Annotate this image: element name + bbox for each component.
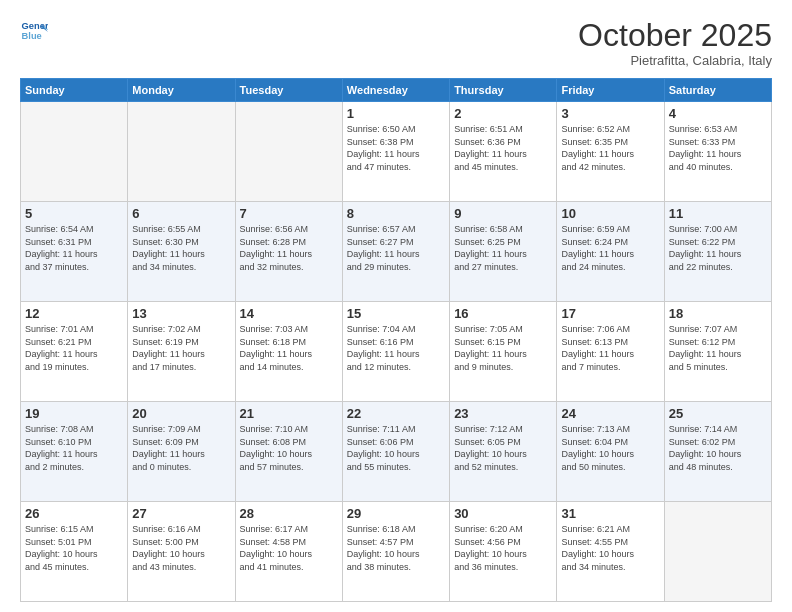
table-row: 3Sunrise: 6:52 AM Sunset: 6:35 PM Daylig…	[557, 102, 664, 202]
day-number: 23	[454, 406, 552, 421]
table-row: 26Sunrise: 6:15 AM Sunset: 5:01 PM Dayli…	[21, 502, 128, 602]
table-row: 23Sunrise: 7:12 AM Sunset: 6:05 PM Dayli…	[450, 402, 557, 502]
table-row: 12Sunrise: 7:01 AM Sunset: 6:21 PM Dayli…	[21, 302, 128, 402]
day-info: Sunrise: 6:16 AM Sunset: 5:00 PM Dayligh…	[132, 523, 230, 573]
day-info: Sunrise: 6:53 AM Sunset: 6:33 PM Dayligh…	[669, 123, 767, 173]
day-number: 7	[240, 206, 338, 221]
table-row	[21, 102, 128, 202]
table-row: 29Sunrise: 6:18 AM Sunset: 4:57 PM Dayli…	[342, 502, 449, 602]
table-row: 5Sunrise: 6:54 AM Sunset: 6:31 PM Daylig…	[21, 202, 128, 302]
table-row: 20Sunrise: 7:09 AM Sunset: 6:09 PM Dayli…	[128, 402, 235, 502]
day-info: Sunrise: 6:50 AM Sunset: 6:38 PM Dayligh…	[347, 123, 445, 173]
day-number: 22	[347, 406, 445, 421]
logo-icon: General Blue	[20, 18, 48, 46]
day-info: Sunrise: 7:12 AM Sunset: 6:05 PM Dayligh…	[454, 423, 552, 473]
day-number: 19	[25, 406, 123, 421]
day-number: 26	[25, 506, 123, 521]
day-info: Sunrise: 6:57 AM Sunset: 6:27 PM Dayligh…	[347, 223, 445, 273]
day-number: 3	[561, 106, 659, 121]
day-info: Sunrise: 7:14 AM Sunset: 6:02 PM Dayligh…	[669, 423, 767, 473]
table-row: 28Sunrise: 6:17 AM Sunset: 4:58 PM Dayli…	[235, 502, 342, 602]
table-row: 9Sunrise: 6:58 AM Sunset: 6:25 PM Daylig…	[450, 202, 557, 302]
day-info: Sunrise: 7:08 AM Sunset: 6:10 PM Dayligh…	[25, 423, 123, 473]
day-info: Sunrise: 7:07 AM Sunset: 6:12 PM Dayligh…	[669, 323, 767, 373]
day-info: Sunrise: 6:52 AM Sunset: 6:35 PM Dayligh…	[561, 123, 659, 173]
col-tuesday: Tuesday	[235, 79, 342, 102]
day-number: 10	[561, 206, 659, 221]
col-sunday: Sunday	[21, 79, 128, 102]
day-info: Sunrise: 6:54 AM Sunset: 6:31 PM Dayligh…	[25, 223, 123, 273]
table-row: 30Sunrise: 6:20 AM Sunset: 4:56 PM Dayli…	[450, 502, 557, 602]
month-title: October 2025	[578, 18, 772, 53]
day-info: Sunrise: 7:06 AM Sunset: 6:13 PM Dayligh…	[561, 323, 659, 373]
day-number: 18	[669, 306, 767, 321]
day-number: 13	[132, 306, 230, 321]
table-row: 18Sunrise: 7:07 AM Sunset: 6:12 PM Dayli…	[664, 302, 771, 402]
table-row	[664, 502, 771, 602]
day-number: 16	[454, 306, 552, 321]
day-info: Sunrise: 7:05 AM Sunset: 6:15 PM Dayligh…	[454, 323, 552, 373]
title-block: October 2025 Pietrafitta, Calabria, Ital…	[578, 18, 772, 68]
day-number: 1	[347, 106, 445, 121]
table-row: 10Sunrise: 6:59 AM Sunset: 6:24 PM Dayli…	[557, 202, 664, 302]
day-info: Sunrise: 6:21 AM Sunset: 4:55 PM Dayligh…	[561, 523, 659, 573]
subtitle: Pietrafitta, Calabria, Italy	[578, 53, 772, 68]
day-info: Sunrise: 7:11 AM Sunset: 6:06 PM Dayligh…	[347, 423, 445, 473]
day-info: Sunrise: 6:51 AM Sunset: 6:36 PM Dayligh…	[454, 123, 552, 173]
day-info: Sunrise: 7:13 AM Sunset: 6:04 PM Dayligh…	[561, 423, 659, 473]
day-info: Sunrise: 7:02 AM Sunset: 6:19 PM Dayligh…	[132, 323, 230, 373]
day-info: Sunrise: 7:09 AM Sunset: 6:09 PM Dayligh…	[132, 423, 230, 473]
day-info: Sunrise: 6:18 AM Sunset: 4:57 PM Dayligh…	[347, 523, 445, 573]
day-info: Sunrise: 7:00 AM Sunset: 6:22 PM Dayligh…	[669, 223, 767, 273]
day-info: Sunrise: 6:59 AM Sunset: 6:24 PM Dayligh…	[561, 223, 659, 273]
day-number: 4	[669, 106, 767, 121]
day-number: 8	[347, 206, 445, 221]
table-row: 11Sunrise: 7:00 AM Sunset: 6:22 PM Dayli…	[664, 202, 771, 302]
day-info: Sunrise: 7:03 AM Sunset: 6:18 PM Dayligh…	[240, 323, 338, 373]
day-number: 29	[347, 506, 445, 521]
table-row: 19Sunrise: 7:08 AM Sunset: 6:10 PM Dayli…	[21, 402, 128, 502]
header-row: Sunday Monday Tuesday Wednesday Thursday…	[21, 79, 772, 102]
table-row: 25Sunrise: 7:14 AM Sunset: 6:02 PM Dayli…	[664, 402, 771, 502]
table-row: 14Sunrise: 7:03 AM Sunset: 6:18 PM Dayli…	[235, 302, 342, 402]
day-number: 25	[669, 406, 767, 421]
svg-text:General: General	[22, 21, 48, 31]
col-thursday: Thursday	[450, 79, 557, 102]
day-number: 11	[669, 206, 767, 221]
day-info: Sunrise: 6:55 AM Sunset: 6:30 PM Dayligh…	[132, 223, 230, 273]
day-info: Sunrise: 6:58 AM Sunset: 6:25 PM Dayligh…	[454, 223, 552, 273]
day-number: 30	[454, 506, 552, 521]
table-row: 24Sunrise: 7:13 AM Sunset: 6:04 PM Dayli…	[557, 402, 664, 502]
day-info: Sunrise: 6:17 AM Sunset: 4:58 PM Dayligh…	[240, 523, 338, 573]
table-row: 13Sunrise: 7:02 AM Sunset: 6:19 PM Dayli…	[128, 302, 235, 402]
table-row: 15Sunrise: 7:04 AM Sunset: 6:16 PM Dayli…	[342, 302, 449, 402]
table-row: 7Sunrise: 6:56 AM Sunset: 6:28 PM Daylig…	[235, 202, 342, 302]
day-info: Sunrise: 7:10 AM Sunset: 6:08 PM Dayligh…	[240, 423, 338, 473]
day-info: Sunrise: 6:56 AM Sunset: 6:28 PM Dayligh…	[240, 223, 338, 273]
day-info: Sunrise: 7:01 AM Sunset: 6:21 PM Dayligh…	[25, 323, 123, 373]
day-number: 5	[25, 206, 123, 221]
table-row: 2Sunrise: 6:51 AM Sunset: 6:36 PM Daylig…	[450, 102, 557, 202]
day-number: 21	[240, 406, 338, 421]
header: General Blue October 2025 Pietrafitta, C…	[20, 18, 772, 68]
col-wednesday: Wednesday	[342, 79, 449, 102]
day-number: 6	[132, 206, 230, 221]
day-number: 2	[454, 106, 552, 121]
day-info: Sunrise: 6:20 AM Sunset: 4:56 PM Dayligh…	[454, 523, 552, 573]
table-row: 31Sunrise: 6:21 AM Sunset: 4:55 PM Dayli…	[557, 502, 664, 602]
table-row: 27Sunrise: 6:16 AM Sunset: 5:00 PM Dayli…	[128, 502, 235, 602]
day-number: 27	[132, 506, 230, 521]
day-number: 28	[240, 506, 338, 521]
col-friday: Friday	[557, 79, 664, 102]
day-number: 31	[561, 506, 659, 521]
calendar-week-row: 5Sunrise: 6:54 AM Sunset: 6:31 PM Daylig…	[21, 202, 772, 302]
page: General Blue October 2025 Pietrafitta, C…	[0, 0, 792, 612]
table-row: 22Sunrise: 7:11 AM Sunset: 6:06 PM Dayli…	[342, 402, 449, 502]
table-row: 4Sunrise: 6:53 AM Sunset: 6:33 PM Daylig…	[664, 102, 771, 202]
table-row: 8Sunrise: 6:57 AM Sunset: 6:27 PM Daylig…	[342, 202, 449, 302]
table-row: 17Sunrise: 7:06 AM Sunset: 6:13 PM Dayli…	[557, 302, 664, 402]
table-row: 21Sunrise: 7:10 AM Sunset: 6:08 PM Dayli…	[235, 402, 342, 502]
col-saturday: Saturday	[664, 79, 771, 102]
day-info: Sunrise: 7:04 AM Sunset: 6:16 PM Dayligh…	[347, 323, 445, 373]
day-number: 9	[454, 206, 552, 221]
